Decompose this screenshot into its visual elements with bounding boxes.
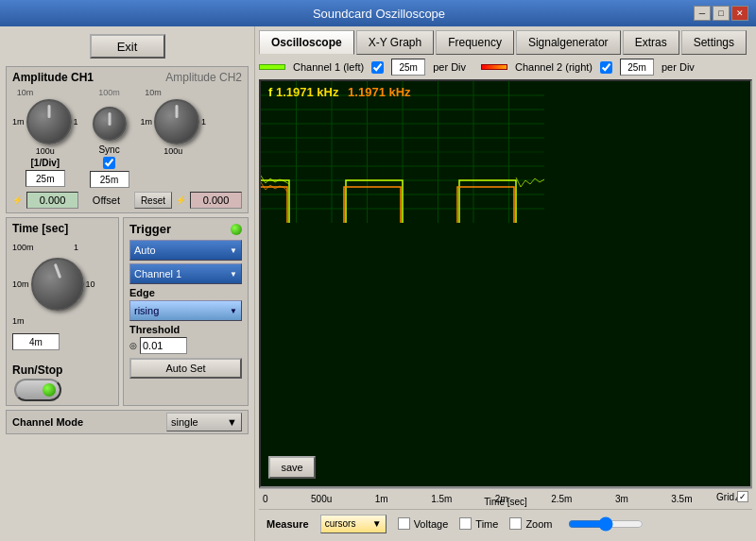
app-title: Soundcard Oszilloscope: [64, 7, 694, 21]
auto-set-button[interactable]: Auto Set: [129, 358, 242, 379]
threshold-label: Threshold: [129, 324, 242, 335]
ch1-amplitude-knob[interactable]: [26, 99, 72, 144]
offset-icon-ch2: ⚡: [176, 195, 186, 205]
ch2-label-1m: 1m: [141, 117, 153, 127]
ch1-scale-input[interactable]: [26, 170, 65, 187]
ch1-color-indicator: [259, 64, 285, 70]
trigger-channel-dropdown[interactable]: Channel 1 ▼: [129, 263, 242, 284]
zoom-group: Zoom: [509, 517, 552, 530]
edge-dropdown[interactable]: rising ▼: [129, 300, 242, 321]
threshold-input[interactable]: [140, 337, 187, 354]
freq-f-label: f: [268, 85, 272, 99]
ch1-label-1m-left: 1m: [12, 117, 25, 127]
ch2-amplitude-label: Amplitude CH2: [165, 71, 242, 84]
time-tick-3m: 3m: [615, 494, 628, 504]
freq-unit1: kHz: [317, 85, 338, 99]
ch2-knob-top-labels: 10m: [145, 88, 201, 97]
voltage-checkbox[interactable]: [398, 517, 410, 530]
ch1-knob-top-labels: 10m: [17, 88, 74, 97]
ch2-label-1: 1: [201, 117, 206, 127]
trigger-label: Trigger: [129, 222, 171, 236]
time-label-1m: 1m: [12, 316, 25, 326]
ch2-amplitude-knob[interactable]: [154, 99, 199, 144]
ch2-color-indicator: [481, 64, 507, 70]
time-knob[interactable]: [31, 258, 84, 311]
time-tick-1m: 1m: [375, 494, 388, 504]
maximize-button[interactable]: □: [713, 6, 730, 21]
ch2-knob-group: 10m 1m 1 100u: [141, 88, 207, 156]
ch1-label-100u: 100u: [36, 146, 55, 156]
ch2-per-div-input[interactable]: [620, 59, 654, 76]
tab-extras[interactable]: Extras: [623, 30, 679, 55]
ch2-checkbox[interactable]: [600, 61, 612, 74]
ch1-label-10m: 10m: [17, 88, 34, 97]
trigger-led: [231, 224, 242, 235]
ch2-label: Channel 2 (right): [515, 61, 593, 73]
voltage-label: Voltage: [414, 518, 449, 530]
tabs-row: Oscilloscope X-Y Graph Frequency Signalg…: [259, 30, 752, 55]
tab-settings-label: Settings: [694, 36, 734, 49]
time-section: Time [sec] 100m 1 10m 10 1m Run/Stop: [6, 217, 119, 406]
time-input[interactable]: [12, 333, 60, 350]
window-controls: ─ □ ✕: [694, 6, 748, 21]
measure-bar: Measure cursors ▼ Voltage Time Zoom: [259, 509, 752, 537]
cursors-arrow: ▼: [372, 518, 382, 529]
tab-xy-graph[interactable]: X-Y Graph: [356, 30, 434, 55]
sync-input[interactable]: [90, 171, 129, 188]
sync-label: Sync: [98, 144, 119, 155]
time-measure-label: Time: [475, 518, 498, 530]
grid-checkbox[interactable]: ✓: [737, 491, 748, 502]
tab-settings[interactable]: Settings: [681, 30, 747, 55]
zoom-checkbox[interactable]: [509, 517, 522, 530]
ch2-offset-input[interactable]: [190, 192, 242, 209]
time-measure-checkbox[interactable]: [459, 517, 472, 530]
right-panel: Oscilloscope X-Y Graph Frequency Signalg…: [255, 26, 756, 541]
measure-label: Measure: [266, 518, 309, 530]
run-stop-button[interactable]: [14, 379, 61, 401]
ch1-per-div-input[interactable]: [391, 59, 425, 76]
reset-button[interactable]: Reset: [134, 192, 172, 209]
freq-display: f 1.1971 kHz 1.1971 kHz: [268, 85, 411, 99]
sync-knob[interactable]: [93, 107, 127, 141]
offset-label: Offset: [82, 194, 130, 206]
run-stop-section: Run/Stop: [12, 363, 62, 401]
cursors-dropdown[interactable]: cursors ▼: [320, 515, 387, 533]
exit-button[interactable]: Exit: [90, 34, 165, 59]
time-tick-3-5m: 3.5m: [671, 494, 692, 504]
time-label-1: 1: [74, 243, 78, 252]
ch2-label-10m: 10m: [145, 88, 162, 97]
tab-extras-label: Extras: [635, 36, 667, 49]
trigger-mode-dropdown[interactable]: Auto ▼: [129, 240, 242, 261]
measure-slider[interactable]: [568, 516, 644, 532]
minimize-button[interactable]: ─: [694, 6, 711, 21]
tab-signalgenerator[interactable]: Signalgenerator: [516, 30, 621, 55]
freq-ch1-value: 1.1971: [276, 85, 314, 99]
channel-info-row: Channel 1 (left) per Div Channel 2 (righ…: [259, 59, 752, 76]
main-container: Exit Amplitude CH1 Amplitude CH2 10m 1m: [0, 26, 756, 541]
save-button[interactable]: save: [268, 456, 316, 479]
freq-ch2-value: 1.1971: [348, 85, 386, 99]
offset-icon-ch1: ⚡: [12, 195, 23, 205]
ch1-offset-input[interactable]: [26, 192, 78, 209]
run-stop-label: Run/Stop: [12, 363, 62, 377]
ch1-checkbox[interactable]: [371, 61, 384, 74]
tab-frequency-label: Frequency: [448, 36, 502, 49]
title-bar: Soundcard Oszilloscope ─ □ ✕: [0, 0, 756, 26]
time-axis-title: Time [sec]: [484, 497, 527, 507]
sync-checkbox[interactable]: [103, 157, 115, 169]
grid-label-group: Grid ✓: [716, 491, 748, 502]
channel-mode-label: Channel Mode: [12, 416, 83, 428]
close-button[interactable]: ✕: [731, 6, 748, 21]
tab-frequency[interactable]: Frequency: [436, 30, 514, 55]
channel-mode-dropdown[interactable]: single ▼: [166, 413, 242, 431]
tab-oscilloscope[interactable]: Oscilloscope: [259, 30, 354, 55]
time-group: Time: [459, 517, 498, 530]
freq-unit2: kHz: [389, 85, 411, 99]
ch1-amplitude-label: Amplitude CH1: [12, 71, 94, 84]
time-label-100m: 100m: [12, 243, 34, 252]
ch1-label-1: 1: [74, 117, 78, 127]
channel-mode-section: Channel Mode single ▼: [6, 410, 249, 434]
tab-xy-graph-label: X-Y Graph: [369, 36, 421, 49]
amplitude-header: Amplitude CH1 Amplitude CH2: [12, 71, 242, 84]
time-tick-2-5m: 2.5m: [551, 494, 572, 504]
